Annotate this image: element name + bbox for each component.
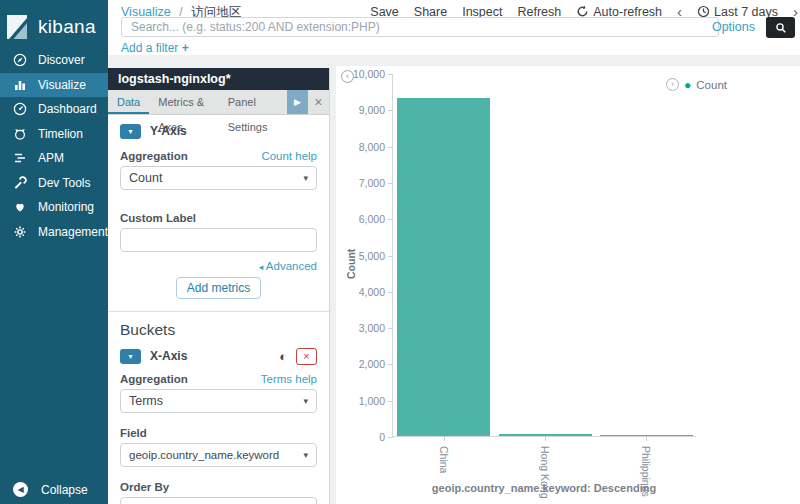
sidebar-item-label: Dev Tools bbox=[38, 176, 90, 190]
sidebar-item-label: Timelion bbox=[38, 127, 83, 141]
y-axis-tick-label: 5,000 bbox=[359, 250, 385, 262]
app-sidebar: kibana DiscoverVisualizeDashboardTimelio… bbox=[0, 0, 108, 504]
y-axis-tick-label: 8,000 bbox=[359, 141, 385, 153]
sidebar-collapse-button[interactable]: ◀ Collapse bbox=[13, 482, 88, 497]
order-by-row: Order By bbox=[120, 481, 317, 493]
tab-panel-settings[interactable]: Panel Settings bbox=[219, 90, 287, 114]
y-axis-tick-label: 3,000 bbox=[359, 322, 385, 334]
add-metrics-row: Add metrics bbox=[120, 277, 317, 299]
x-axis-tick-mark bbox=[646, 437, 647, 441]
x-axis-category-label: Philippines bbox=[652, 445, 703, 459]
x-axis-category-label: China bbox=[450, 445, 477, 459]
search-icon bbox=[775, 22, 787, 34]
y-axis-tick-mark bbox=[388, 74, 393, 75]
metric-aggregation-select[interactable]: Count ▾ bbox=[120, 166, 317, 190]
compass-icon bbox=[13, 53, 27, 67]
metric-aggregation-row: Aggregation Count help bbox=[120, 150, 317, 162]
bar-chart-icon bbox=[13, 78, 27, 92]
chevron-down-icon: ▾ bbox=[303, 173, 308, 183]
visualization-chart-panel: ‹ › ● Count Count 01,0002,0003,0004,0005… bbox=[336, 66, 800, 504]
custom-label-input[interactable] bbox=[120, 228, 317, 252]
x-axis-category-label: Hong Kong bbox=[551, 445, 604, 459]
field-row: Field bbox=[120, 427, 317, 439]
remove-bucket-button[interactable]: × bbox=[296, 348, 317, 365]
section-divider bbox=[108, 311, 329, 312]
sidebar-item-management[interactable]: Management bbox=[0, 220, 108, 245]
remove-x-icon: × bbox=[303, 351, 309, 362]
custom-label-label: Custom Label bbox=[120, 212, 196, 224]
search-input[interactable] bbox=[121, 17, 719, 37]
sidebar-item-monitoring[interactable]: Monitoring bbox=[0, 195, 108, 220]
field-select[interactable]: geoip.country_name.keyword ▾ bbox=[120, 443, 317, 467]
chevron-down-icon: ▾ bbox=[128, 127, 132, 136]
y-axis-tick-mark bbox=[388, 256, 393, 257]
collapse-arrow-icon: ◀ bbox=[13, 482, 28, 497]
custom-label-row: Custom Label bbox=[120, 212, 317, 224]
bar-philippines[interactable] bbox=[600, 435, 693, 436]
x-axis-title: geoip.country_name.keyword: Descending bbox=[392, 482, 696, 494]
advanced-toggle-link[interactable]: ◂ Advanced bbox=[120, 260, 317, 272]
top-navigation-bar: Visualize / 访问地区 SaveShareInspectRefresh… bbox=[108, 0, 800, 40]
search-submit-button[interactable] bbox=[766, 17, 795, 38]
search-options-link[interactable]: Options bbox=[712, 20, 755, 34]
advanced-arrow-icon: ◂ bbox=[259, 262, 264, 272]
y-axis-tick-mark bbox=[388, 437, 393, 438]
sidebar-item-dashboard[interactable]: Dashboard bbox=[0, 97, 108, 122]
tab-metrics-axes[interactable]: Metrics & Axes bbox=[149, 90, 218, 114]
y-axis-tick-label: 4,000 bbox=[359, 286, 385, 298]
y-axis-tick-mark bbox=[388, 401, 393, 402]
gear-icon bbox=[13, 225, 27, 239]
y-axis-tick-mark bbox=[388, 110, 393, 111]
sidebar-item-dev-tools[interactable]: Dev Tools bbox=[0, 171, 108, 196]
dashboard-icon bbox=[13, 102, 27, 116]
aggregation-label: Aggregation bbox=[120, 150, 188, 162]
bucket-aggregation-select[interactable]: Terms ▾ bbox=[120, 389, 317, 413]
x-axis-tick-mark bbox=[444, 437, 445, 441]
discard-changes-button[interactable]: × bbox=[308, 90, 329, 114]
sidebar-nav: DiscoverVisualizeDashboardTimelionAPMDev… bbox=[0, 48, 108, 244]
legend-series-label[interactable]: Count bbox=[696, 79, 727, 91]
add-filter-button[interactable]: Add a filter + bbox=[121, 41, 189, 55]
x-axis-tick-mark bbox=[545, 437, 546, 441]
apply-changes-button[interactable]: ▶ bbox=[287, 90, 308, 114]
wrench-icon bbox=[13, 176, 27, 190]
chevron-down-icon: ▾ bbox=[303, 450, 308, 460]
bar-hong-kong[interactable] bbox=[499, 434, 592, 436]
disable-bucket-toggle[interactable]: ◐ bbox=[279, 350, 287, 363]
terms-help-link[interactable]: Terms help bbox=[261, 373, 317, 385]
kibana-logo[interactable]: kibana bbox=[0, 0, 108, 44]
y-axis-tick-label: 0 bbox=[379, 431, 385, 443]
sidebar-item-timelion[interactable]: Timelion bbox=[0, 122, 108, 147]
sidebar-item-visualize[interactable]: Visualize bbox=[0, 73, 108, 98]
editor-tab-list: DataMetrics & AxesPanel Settings bbox=[108, 90, 287, 114]
chevron-down-icon: ▾ bbox=[303, 396, 308, 406]
order-by-label: Order By bbox=[120, 481, 169, 493]
editor-body: ▾ Y-Axis Aggregation Count help Count ▾ … bbox=[108, 115, 329, 504]
sidebar-item-apm[interactable]: APM bbox=[0, 146, 108, 171]
plus-icon: + bbox=[182, 41, 189, 55]
add-filter-label: Add a filter bbox=[121, 41, 178, 55]
bucket-aggregation-row: Aggregation Terms help bbox=[120, 373, 317, 385]
metric-y-axis-row: ▾ Y-Axis bbox=[120, 122, 317, 140]
field-label: Field bbox=[120, 427, 147, 439]
chevron-down-icon: ▾ bbox=[128, 352, 132, 361]
timelion-icon bbox=[13, 127, 27, 141]
x-axis-collapse-button[interactable]: ▾ bbox=[120, 349, 141, 364]
sidebar-item-discover[interactable]: Discover bbox=[0, 48, 108, 73]
main-content: logstash-nginxlog* DataMetrics & AxesPan… bbox=[108, 55, 800, 504]
bar-china[interactable] bbox=[397, 98, 490, 436]
y-axis-tick-label: 10,000 bbox=[353, 68, 385, 80]
field-value: geoip.country_name.keyword bbox=[129, 449, 303, 461]
y-axis-tick-mark bbox=[388, 364, 393, 365]
sidebar-item-label: Discover bbox=[38, 53, 85, 67]
close-icon: × bbox=[314, 94, 322, 110]
order-by-select[interactable]: metric: Count ▴▾ bbox=[120, 497, 317, 504]
y-axis-collapse-button[interactable]: ▾ bbox=[120, 124, 141, 139]
advanced-label: Advanced bbox=[266, 260, 317, 272]
sidebar-item-label: APM bbox=[38, 151, 64, 165]
bucket-aggregation-value: Terms bbox=[129, 394, 303, 408]
tab-data[interactable]: Data bbox=[108, 90, 149, 114]
add-metrics-button[interactable]: Add metrics bbox=[176, 277, 261, 299]
count-help-link[interactable]: Count help bbox=[261, 150, 317, 162]
heartbeat-icon bbox=[13, 200, 27, 214]
